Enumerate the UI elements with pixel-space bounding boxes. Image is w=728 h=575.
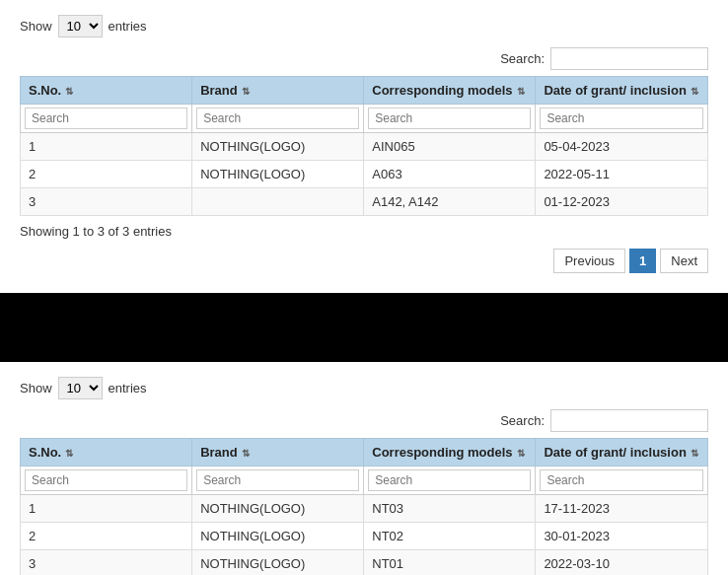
search-bar: Search: — [20, 47, 708, 70]
table-row: 3A142, A14201-12-2023 — [21, 188, 708, 216]
entries-select[interactable]: 10 25 50 — [58, 15, 103, 37]
table-row: 3NOTHING(LOGO)NT012022-03-10 — [21, 550, 708, 576]
cell-brand: NOTHING(LOGO) — [192, 550, 364, 576]
col-header-brand[interactable]: Brand⇅ — [192, 439, 364, 467]
cell-models: A142, A142 — [364, 188, 536, 216]
search-input[interactable] — [550, 47, 708, 70]
col-label: Date of grant/ inclusion — [544, 83, 686, 98]
col-header-models[interactable]: Corresponding models⇅ — [364, 439, 536, 467]
cell-brand — [192, 188, 364, 216]
entries-label: entries — [109, 381, 147, 395]
pagination: Previous1Next — [20, 249, 708, 273]
table-row: 1NOTHING(LOGO)AIN06505-04-2023 — [21, 133, 708, 161]
col-header-sno[interactable]: S.No.⇅ — [21, 77, 192, 105]
col-label: Brand — [200, 83, 238, 98]
show-entries-row: Show 10 25 50 entries — [20, 377, 708, 399]
search-input[interactable] — [550, 409, 708, 432]
col-label: Corresponding models — [372, 83, 512, 98]
sort-icon: ⇅ — [65, 86, 73, 97]
filter-cell-models — [364, 105, 536, 133]
table-row: 1NOTHING(LOGO)NT0317-11-2023 — [21, 495, 708, 523]
col-label: S.No. — [29, 83, 61, 98]
filter-input-sno[interactable] — [25, 108, 187, 129]
show-entries-row: Show 10 25 50 entries — [20, 15, 708, 37]
next-button[interactable]: Next — [660, 249, 708, 273]
entries-select[interactable]: 10 25 50 — [58, 377, 103, 399]
cell-models: NT01 — [364, 550, 536, 576]
table-row: 2NOTHING(LOGO)NT0230-01-2023 — [21, 523, 708, 550]
cell-date: 05-04-2023 — [536, 133, 708, 161]
cell-date: 30-01-2023 — [536, 523, 708, 550]
filter-input-date[interactable] — [540, 108, 703, 129]
search-bar: Search: — [20, 409, 708, 432]
filter-input-brand[interactable] — [196, 108, 359, 129]
col-label: Corresponding models — [372, 445, 512, 460]
sort-icon: ⇅ — [242, 86, 250, 97]
filter-input-sno[interactable] — [25, 469, 187, 491]
filter-cell-date — [536, 105, 708, 133]
previous-button[interactable]: Previous — [553, 249, 625, 273]
filter-cell-brand — [192, 467, 364, 495]
col-header-brand[interactable]: Brand⇅ — [192, 77, 364, 105]
data-table-1: S.No.⇅Brand⇅Corresponding models⇅Date of… — [20, 76, 708, 216]
table-section-1: Show 10 25 50 entries Search: S.No.⇅Bran… — [0, 0, 728, 293]
sort-icon: ⇅ — [242, 448, 250, 459]
col-header-models[interactable]: Corresponding models⇅ — [364, 77, 536, 105]
search-label: Search: — [500, 51, 545, 66]
show-label: Show — [20, 19, 52, 34]
current-page[interactable]: 1 — [629, 249, 656, 273]
cell-sno: 1 — [21, 133, 192, 161]
sort-icon: ⇅ — [691, 448, 698, 459]
col-header-date[interactable]: Date of grant/ inclusion⇅ — [536, 77, 708, 105]
cell-date: 01-12-2023 — [536, 188, 708, 216]
table-section-2: Show 10 25 50 entries Search: S.No.⇅Bran… — [0, 362, 728, 575]
cell-brand: NOTHING(LOGO) — [192, 495, 364, 523]
sort-icon: ⇅ — [691, 86, 698, 97]
entries-label: entries — [109, 19, 147, 34]
sort-icon: ⇅ — [517, 448, 525, 459]
sort-icon: ⇅ — [517, 86, 525, 97]
filter-cell-models — [364, 467, 536, 495]
table-row: 2NOTHING(LOGO)A0632022-05-11 — [21, 161, 708, 188]
filter-cell-sno — [21, 105, 192, 133]
cell-brand: NOTHING(LOGO) — [192, 161, 364, 188]
cell-sno: 3 — [21, 550, 192, 576]
cell-brand: NOTHING(LOGO) — [192, 133, 364, 161]
cell-models: NT03 — [364, 495, 536, 523]
col-label: Brand — [200, 445, 238, 460]
filter-cell-date — [536, 467, 708, 495]
cell-sno: 2 — [21, 161, 192, 188]
col-label: Date of grant/ inclusion — [544, 445, 686, 460]
cell-date: 17-11-2023 — [536, 495, 708, 523]
data-table-2: S.No.⇅Brand⇅Corresponding models⇅Date of… — [20, 438, 708, 575]
cell-brand: NOTHING(LOGO) — [192, 523, 364, 550]
sort-icon: ⇅ — [65, 448, 73, 459]
show-label: Show — [20, 381, 52, 395]
black-divider — [0, 293, 728, 362]
cell-sno: 3 — [21, 188, 192, 216]
filter-input-models[interactable] — [368, 108, 531, 129]
filter-input-date[interactable] — [540, 469, 703, 491]
cell-sno: 2 — [21, 523, 192, 550]
cell-sno: 1 — [21, 495, 192, 523]
cell-date: 2022-03-10 — [536, 550, 708, 576]
search-label: Search: — [500, 413, 545, 428]
cell-models: NT02 — [364, 523, 536, 550]
col-header-date[interactable]: Date of grant/ inclusion⇅ — [536, 439, 708, 467]
cell-models: A063 — [364, 161, 536, 188]
filter-cell-sno — [21, 467, 192, 495]
filter-input-brand[interactable] — [196, 469, 359, 491]
showing-text: Showing 1 to 3 of 3 entries — [20, 224, 708, 239]
filter-input-models[interactable] — [368, 469, 531, 491]
col-label: S.No. — [29, 445, 61, 460]
cell-models: AIN065 — [364, 133, 536, 161]
col-header-sno[interactable]: S.No.⇅ — [21, 439, 192, 467]
filter-cell-brand — [192, 105, 364, 133]
cell-date: 2022-05-11 — [536, 161, 708, 188]
